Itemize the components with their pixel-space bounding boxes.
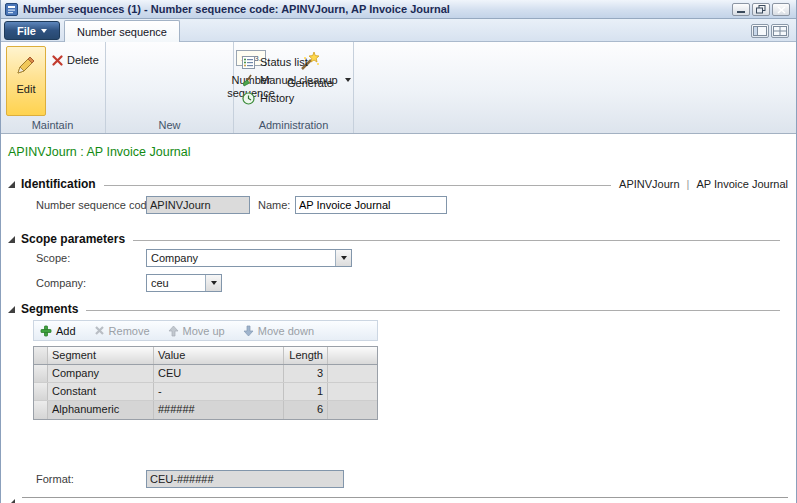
history-button[interactable]: History: [242, 90, 294, 106]
move-down-button-label: Move down: [258, 325, 314, 337]
company-dropdown-value: ceu: [151, 277, 169, 289]
status-list-button[interactable]: Status list: [242, 54, 308, 70]
cell-filler: [328, 383, 377, 400]
summary-divider: |: [687, 178, 690, 190]
close-button[interactable]: [772, 3, 790, 16]
layout-grid-button[interactable]: [771, 24, 789, 38]
segments-toolbar: Add Remove Move up Move down: [33, 320, 378, 341]
column-header-length[interactable]: Length: [284, 347, 328, 364]
app-icon[interactable]: [5, 3, 18, 18]
layout-grid-icon: [773, 26, 787, 36]
edit-button[interactable]: Edit: [6, 46, 46, 116]
company-label: Company:: [36, 277, 86, 289]
table-row[interactable]: Company CEU 3: [34, 365, 377, 383]
number-sequence-code-label: Number sequence code:: [36, 199, 156, 211]
file-menu-button[interactable]: File: [4, 21, 60, 40]
cell-filler: [328, 401, 377, 419]
segments-grid-header: Segment Value Length: [34, 347, 377, 365]
column-header-segment[interactable]: Segment: [48, 347, 154, 364]
segments-grid: Segment Value Length Company CEU 3 Const…: [33, 346, 378, 420]
summary-code: APINVJourn: [619, 178, 680, 190]
minimize-icon: [737, 6, 745, 14]
section-title: Segments: [21, 302, 78, 316]
layout-pane-button[interactable]: [751, 24, 769, 38]
status-list-icon: [242, 56, 255, 69]
manual-cleanup-button[interactable]: Manual cleanup: [242, 72, 351, 88]
chevron-down-icon: [211, 281, 217, 285]
collapse-triangle-icon: [8, 236, 15, 243]
file-menu-label: File: [17, 25, 36, 37]
move-up-button-label: Move up: [183, 325, 225, 337]
cell-value: ######: [154, 401, 284, 419]
company-dropdown[interactable]: ceu: [146, 274, 222, 292]
number-sequence-code-field[interactable]: [146, 196, 250, 214]
format-label: Format:: [36, 473, 74, 485]
tab-number-sequence-label: Number sequence: [77, 26, 167, 38]
add-button[interactable]: Add: [40, 325, 76, 337]
row-selector[interactable]: [34, 401, 48, 419]
remove-button[interactable]: Remove: [94, 325, 150, 337]
restore-button[interactable]: [752, 3, 770, 16]
scope-dropdown-value: Company: [151, 252, 198, 264]
cell-value: CEU: [154, 365, 284, 382]
section-divider: [133, 240, 780, 241]
cell-length: 1: [284, 383, 328, 400]
window-border-left: [0, 0, 1, 503]
scope-dropdown[interactable]: Company: [146, 249, 352, 267]
company-dropdown-button[interactable]: [205, 275, 221, 291]
row-selector[interactable]: [34, 365, 48, 382]
ribbon-group-maintain: Edit Delete Maintain: [0, 42, 106, 133]
title-bar[interactable]: Number sequences (1) - Number sequence c…: [0, 0, 797, 19]
manual-cleanup-dropdown-icon: [345, 78, 351, 82]
ribbon-group-new: 1,2,3. Number sequence Generate New: [106, 42, 234, 133]
name-field[interactable]: [295, 196, 447, 214]
group-label-maintain: Maintain: [0, 119, 105, 131]
section-header-segments[interactable]: Segments: [8, 301, 788, 317]
column-header-value[interactable]: Value: [154, 347, 284, 364]
cell-segment: Constant: [48, 383, 154, 400]
table-row[interactable]: Alphanumeric ###### 6: [34, 401, 377, 419]
group-label-administration: Administration: [234, 119, 353, 131]
move-up-button[interactable]: Move up: [168, 325, 225, 337]
collapse-triangle-icon: [8, 181, 15, 188]
section-header-scope-parameters[interactable]: Scope parameters: [8, 231, 788, 247]
layout-pane-icon: [753, 26, 767, 36]
cell-segment: Company: [48, 365, 154, 382]
row-selector[interactable]: [34, 383, 48, 400]
manual-cleanup-label: Manual cleanup: [260, 74, 338, 86]
table-row[interactable]: Constant - 1: [34, 383, 377, 401]
section-divider: [86, 310, 780, 311]
delete-button[interactable]: Delete: [52, 52, 99, 68]
delete-x-icon: [52, 55, 63, 66]
collapse-triangle-icon: [8, 306, 15, 313]
name-label: Name:: [258, 199, 290, 211]
cell-length: 3: [284, 365, 328, 382]
move-down-button[interactable]: Move down: [243, 325, 314, 337]
window-title: Number sequences (1) - Number sequence c…: [23, 3, 450, 15]
scope-dropdown-button[interactable]: [335, 250, 351, 266]
section-divider: [104, 185, 611, 186]
history-clock-icon: [242, 92, 255, 105]
group-label-new: New: [106, 119, 233, 131]
add-button-label: Add: [56, 325, 76, 337]
tab-number-sequence[interactable]: Number sequence: [64, 20, 180, 42]
section-header-identification[interactable]: Identification APINVJourn | AP Invoice J…: [8, 176, 788, 192]
arrow-down-icon: [243, 325, 254, 337]
restore-icon: [756, 5, 766, 14]
row-selector-header: [34, 347, 48, 364]
ribbon: Edit Delete Maintain 1,2,3. Number seque…: [0, 42, 797, 134]
cleanup-brush-icon: [242, 74, 255, 87]
arrow-up-icon: [168, 325, 179, 337]
record-title: APINVJourn : AP Invoice Journal: [8, 145, 191, 159]
minimize-button[interactable]: [732, 3, 750, 16]
remove-button-label: Remove: [109, 325, 150, 337]
cell-filler: [328, 365, 377, 382]
delete-button-label: Delete: [67, 54, 99, 66]
ribbon-group-administration: Status list Manual cleanup History Admin…: [234, 42, 354, 133]
format-field[interactable]: [146, 470, 344, 488]
chevron-down-icon: [341, 256, 347, 260]
history-label: History: [260, 92, 294, 104]
collapse-triangle-icon: [8, 499, 15, 503]
summary-name: AP Invoice Journal: [696, 178, 788, 190]
number-sequence-window: Number sequences (1) - Number sequence c…: [0, 0, 797, 503]
